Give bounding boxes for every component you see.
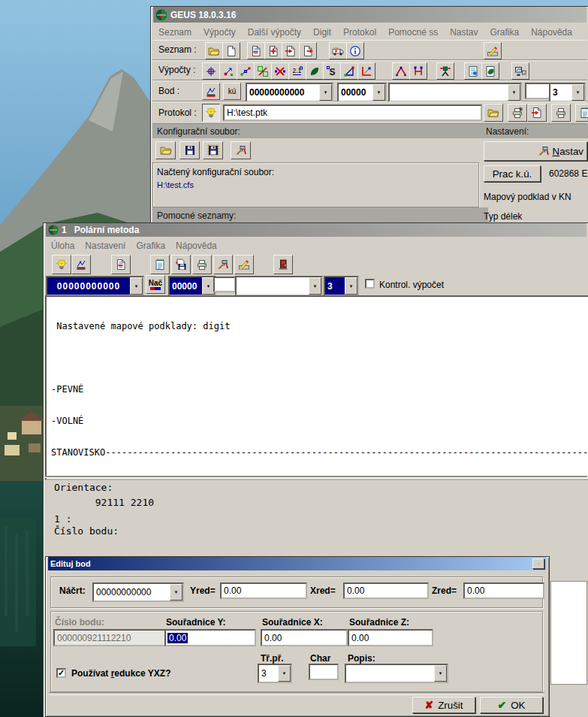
cancel-button[interactable]: ✘ Zrušit <box>412 697 475 713</box>
dropdown-arrow[interactable]: ▼ <box>319 84 332 101</box>
nac-button[interactable]: Nač <box>146 275 165 294</box>
yred-input[interactable]: 0.00 <box>220 582 307 599</box>
dropdown-arrow[interactable]: ▼ <box>508 84 520 101</box>
char-box[interactable] <box>213 277 236 292</box>
open-protocol-button[interactable] <box>484 104 503 122</box>
notepad-button[interactable] <box>575 104 588 122</box>
edit-graphics-button[interactable] <box>234 255 254 274</box>
map-area-button[interactable] <box>481 62 499 80</box>
list-doc-button[interactable] <box>111 255 131 274</box>
save-output-button[interactable] <box>171 255 191 274</box>
menu-napoveda[interactable]: Nápověda <box>531 27 572 38</box>
dropdown-arrow[interactable]: ▼ <box>571 84 584 101</box>
exit-button[interactable] <box>273 255 293 274</box>
point-combo[interactable]: 00000 ▼ <box>168 276 216 296</box>
ku-button[interactable]: kú <box>223 83 241 100</box>
calc-polar-button[interactable] <box>202 62 220 80</box>
menu-napoveda[interactable]: Nápověda <box>176 241 217 251</box>
calc-line-button[interactable] <box>237 62 255 80</box>
menu-grafika[interactable]: Grafika <box>136 241 165 251</box>
calc-ortho-button[interactable] <box>219 62 237 80</box>
calc-angle-button[interactable] <box>357 62 375 80</box>
dropdown-arrow[interactable]: ▼ <box>278 665 291 682</box>
title-bar[interactable]: 1 Polární metoda <box>46 223 586 237</box>
sourz-input[interactable]: 0.00 <box>348 629 433 646</box>
menu-protokol[interactable]: Protokol <box>343 27 376 38</box>
new-list-button[interactable] <box>222 42 240 59</box>
list-add-button[interactable] <box>264 42 282 59</box>
sketch-combo[interactable]: 00000000000 ▼ <box>46 276 144 296</box>
save-config-as-button[interactable] <box>203 141 223 159</box>
calc-transform-button[interactable] <box>271 62 289 80</box>
config-tools-button[interactable] <box>231 141 251 159</box>
redukce-checkbox[interactable]: ✓ <box>56 668 66 678</box>
trpr-combo[interactable]: 3 ▼ <box>258 664 292 683</box>
menu-grafika[interactable]: Grafika <box>490 27 520 38</box>
zred-input[interactable]: 0.00 <box>463 582 544 599</box>
xred-input[interactable]: 0.00 <box>343 582 429 599</box>
dropdown-arrow[interactable]: ▼ <box>345 277 357 295</box>
calc-grid-button[interactable] <box>254 62 272 80</box>
dropdown-arrow[interactable]: ▼ <box>434 665 447 682</box>
nastav-button[interactable]: Nastav <box>484 141 587 161</box>
list-save-button[interactable] <box>247 42 265 59</box>
edit-graphics-button[interactable] <box>484 42 502 59</box>
protocol-path-input[interactable]: H:\test.ptk <box>223 104 482 121</box>
protocol-view-button[interactable] <box>527 104 547 122</box>
print-button[interactable] <box>192 255 212 274</box>
calc-numbering-button[interactable] <box>288 62 306 80</box>
desc-combo[interactable]: ▼ <box>388 83 522 102</box>
menu-uloha[interactable]: Úloha <box>51 241 74 251</box>
print-settings-button[interactable] <box>508 104 527 122</box>
plotter-button[interactable] <box>511 62 529 80</box>
sketch-combo[interactable]: 00000000000 ▼ <box>246 83 333 102</box>
prac-ku-button[interactable]: Prac k.ú. <box>484 165 541 182</box>
popis-combo[interactable]: ▼ <box>345 664 448 683</box>
output-text-area[interactable]: Nastavené mapové podklady: digit -PEVNÉ … <box>45 295 588 480</box>
dropdown-arrow[interactable]: ▼ <box>130 277 143 295</box>
ok-button[interactable]: ✔ OK <box>480 697 543 713</box>
dropdown-arrow[interactable]: ▼ <box>309 277 321 295</box>
notepad-button[interactable] <box>150 255 170 274</box>
recover-button[interactable] <box>329 42 347 59</box>
save-config-button[interactable] <box>179 141 200 159</box>
dropdown-arrow[interactable]: ▼ <box>372 84 385 101</box>
menu-nastav[interactable]: Nastav <box>450 27 478 38</box>
calc-triangle-button[interactable] <box>340 62 358 80</box>
dropdown-arrow[interactable]: ▼ <box>170 584 182 601</box>
info-button[interactable] <box>346 42 364 59</box>
protocol-toggle-button[interactable] <box>202 104 220 122</box>
char-box[interactable] <box>525 83 550 99</box>
point-combo[interactable]: 00000 ▼ <box>337 83 387 102</box>
point-plot-button[interactable] <box>202 83 220 100</box>
calc-traverse-button[interactable] <box>323 62 341 80</box>
print-button[interactable] <box>551 104 571 122</box>
calc-theodolite-button[interactable] <box>436 62 454 80</box>
dialog-title-bar[interactable]: Edituj bod <box>48 557 547 570</box>
calc-bridge-button[interactable] <box>409 62 427 80</box>
nacrt-combo[interactable]: 00000000000 ▼ <box>92 582 184 602</box>
menu-nastaveni[interactable]: Nastavení <box>85 241 125 251</box>
menu-digit[interactable]: Digit <box>313 27 331 38</box>
kontrol-checkbox[interactable] <box>365 279 375 289</box>
open-list-button[interactable] <box>205 42 223 59</box>
soury-input[interactable]: 0.00 <box>164 629 256 646</box>
protocol-toggle-button[interactable] <box>52 255 71 274</box>
menu-dalsi-vypocty[interactable]: Další výpočty <box>248 27 301 38</box>
tools-button[interactable] <box>213 255 233 274</box>
list-import-button[interactable] <box>282 42 300 59</box>
menu-vypocty[interactable]: Výpočty <box>204 27 236 38</box>
close-button[interactable] <box>532 558 544 569</box>
open-config-button[interactable] <box>155 141 176 159</box>
menu-pomocne-ss[interactable]: Pomocné ss <box>388 27 438 38</box>
map-sheet-button[interactable] <box>464 62 482 80</box>
list-export-button[interactable] <box>299 42 317 59</box>
calc-area-button[interactable] <box>306 62 324 80</box>
calc-arc-button[interactable] <box>392 62 410 80</box>
char-input[interactable] <box>309 664 339 680</box>
point-plot-button[interactable] <box>71 255 91 274</box>
class-combo[interactable]: 3 ▼ <box>324 276 359 296</box>
sourx-input[interactable]: 0.00 <box>261 629 348 646</box>
class-combo[interactable]: 3 ▼ <box>549 83 586 102</box>
title-bar[interactable]: GEUS 18.0.3.16 <box>153 7 586 23</box>
